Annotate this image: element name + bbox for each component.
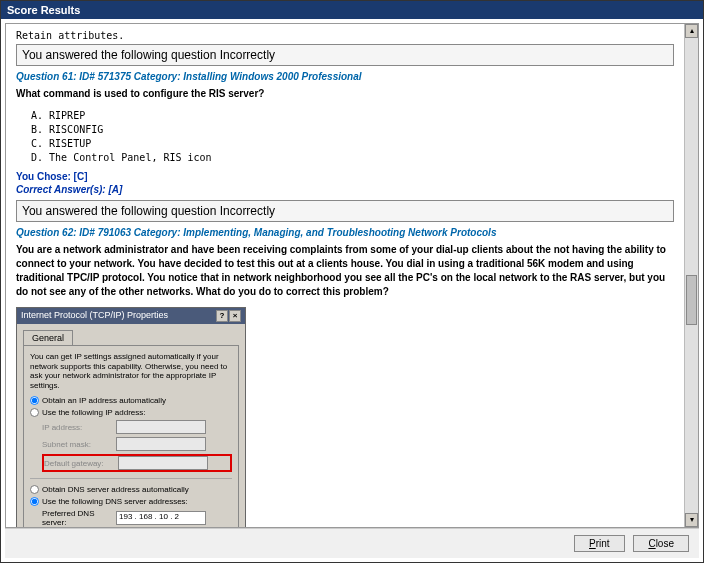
radio-obtain-ip-auto-input[interactable] [30, 396, 39, 405]
preferred-dns-label: Preferred DNS server: [42, 509, 112, 527]
dialog-body: General You can get IP settings assigned… [17, 324, 245, 527]
q61-option-c: C. RISETUP [31, 137, 674, 151]
radio-use-ip-label: Use the following IP address: [42, 408, 145, 417]
score-results-window: Score Results Retain attributes. You ans… [0, 0, 704, 563]
retain-attributes-text: Retain attributes. [16, 30, 674, 41]
subnet-mask-input[interactable] [116, 437, 206, 451]
dialog-title-buttons: ? × [216, 310, 241, 322]
radio-use-ip-input[interactable] [30, 408, 39, 417]
default-gateway-label: Default gateway: [44, 459, 114, 468]
preferred-dns-row: Preferred DNS server: 193 . 168 . 10 . 2 [42, 509, 232, 527]
ip-address-row: IP address: [42, 420, 232, 434]
default-gateway-input[interactable] [118, 456, 208, 470]
question-62-text: You are a network administrator and have… [16, 243, 674, 299]
bottom-button-bar: Print Close [5, 528, 699, 558]
subnet-mask-row: Subnet mask: [42, 437, 232, 451]
dialog-description: You can get IP settings assigned automat… [30, 352, 232, 390]
preferred-dns-input[interactable]: 193 . 168 . 10 . 2 [116, 511, 206, 525]
question-61-header: Question 61: ID# 571375 Category: Instal… [16, 71, 674, 82]
tab-content: You can get IP settings assigned automat… [23, 345, 239, 527]
tab-general[interactable]: General [23, 330, 73, 345]
q61-option-b: B. RISCONFIG [31, 123, 674, 137]
you-chose-q61: You Chose: [C] [16, 171, 674, 182]
dialog-titlebar: Internet Protocol (TCP/IP) Properties ? … [17, 308, 245, 324]
question-62-header: Question 62: ID# 791063 Category: Implem… [16, 227, 674, 238]
radio-obtain-ip-auto-label: Obtain an IP address automatically [42, 396, 166, 405]
print-button[interactable]: Print [574, 535, 625, 552]
ip-address-input[interactable] [116, 420, 206, 434]
incorrect-banner-q62: You answered the following question Inco… [16, 200, 674, 222]
incorrect-banner-q61: You answered the following question Inco… [16, 44, 674, 66]
q61-option-d: D. The Control Panel, RIS icon [31, 151, 674, 165]
content-area: Retain attributes. You answered the foll… [5, 23, 699, 528]
radio-obtain-ip-auto[interactable]: Obtain an IP address automatically [30, 396, 232, 405]
radio-use-ip[interactable]: Use the following IP address: [30, 408, 232, 417]
radio-obtain-dns-auto[interactable]: Obtain DNS server address automatically [30, 485, 232, 494]
help-icon[interactable]: ? [216, 310, 228, 322]
question-61-text: What command is used to configure the RI… [16, 87, 674, 101]
scroll-down-button[interactable]: ▾ [685, 513, 698, 527]
scroll-up-button[interactable]: ▴ [685, 24, 698, 38]
radio-obtain-dns-auto-input[interactable] [30, 485, 39, 494]
dialog-title-text: Internet Protocol (TCP/IP) Properties [21, 310, 168, 322]
divider [30, 478, 232, 479]
window-titlebar: Score Results [1, 1, 703, 19]
default-gateway-row-highlight: Default gateway: [42, 454, 232, 472]
window-title: Score Results [7, 4, 80, 16]
ip-address-label: IP address: [42, 423, 112, 432]
vertical-scrollbar[interactable]: ▴ ▾ [684, 24, 698, 527]
radio-use-dns-input[interactable] [30, 497, 39, 506]
radio-obtain-dns-auto-label: Obtain DNS server address automatically [42, 485, 189, 494]
scroll-thumb[interactable] [686, 275, 697, 325]
close-icon[interactable]: × [229, 310, 241, 322]
radio-use-dns-label: Use the following DNS server addresses: [42, 497, 188, 506]
subnet-mask-label: Subnet mask: [42, 440, 112, 449]
correct-answer-q61: Correct Answer(s): [A] [16, 184, 674, 195]
close-button[interactable]: Close [633, 535, 689, 552]
tcpip-properties-dialog: Internet Protocol (TCP/IP) Properties ? … [16, 307, 246, 527]
scroll-content: Retain attributes. You answered the foll… [6, 24, 684, 527]
radio-use-dns[interactable]: Use the following DNS server addresses: [30, 497, 232, 506]
q61-option-a: A. RIPREP [31, 109, 674, 123]
